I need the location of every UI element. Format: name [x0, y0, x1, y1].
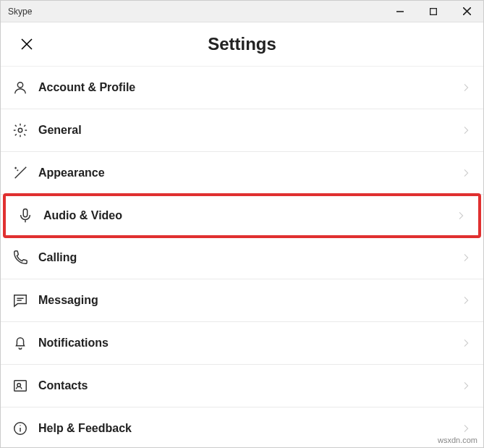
contacts-icon [12, 378, 28, 394]
svg-rect-1 [430, 8, 437, 14]
chevron-right-icon [460, 252, 472, 263]
settings-item-account[interactable]: Account & Profile [1, 67, 483, 109]
chevron-right-icon [460, 380, 472, 392]
chevron-right-icon [460, 124, 472, 136]
page-title: Settings [1, 34, 483, 54]
wand-icon [12, 165, 28, 181]
close-window-button[interactable] [450, 1, 483, 22]
microphone-icon [17, 208, 33, 224]
settings-item-label: Account & Profile [38, 81, 460, 94]
settings-item-label: Audio & Video [43, 209, 455, 222]
settings-item-help[interactable]: Help & Feedback [1, 407, 483, 448]
window-titlebar: Skype [1, 1, 483, 22]
settings-item-general[interactable]: General [1, 109, 483, 152]
watermark-text: wsxdn.com [438, 436, 477, 444]
close-icon [21, 38, 33, 50]
chevron-right-icon [460, 295, 472, 306]
maximize-button[interactable] [417, 1, 450, 22]
settings-item-messaging[interactable]: Messaging [1, 279, 483, 322]
svg-point-7 [18, 128, 22, 132]
bell-icon [12, 335, 28, 351]
chevron-right-icon [460, 337, 472, 349]
window-title: Skype [8, 7, 383, 17]
settings-item-audio-video[interactable]: Audio & Video [3, 193, 481, 238]
chevron-right-icon [455, 210, 467, 221]
settings-item-notifications[interactable]: Notifications [1, 322, 483, 365]
chevron-right-icon [460, 167, 472, 179]
settings-item-appearance[interactable]: Appearance [1, 152, 483, 195]
message-icon [12, 292, 28, 308]
settings-item-label: General [38, 124, 460, 137]
svg-rect-8 [23, 209, 27, 217]
settings-list: Account & Profile General Appearance Aud… [1, 66, 483, 448]
settings-item-calling[interactable]: Calling [1, 237, 483, 279]
settings-item-label: Messaging [38, 294, 460, 307]
svg-point-15 [20, 425, 20, 426]
svg-point-6 [17, 83, 22, 88]
settings-item-label: Contacts [38, 379, 460, 392]
settings-item-label: Calling [38, 251, 460, 264]
close-settings-button[interactable] [18, 35, 35, 53]
settings-item-label: Appearance [38, 166, 460, 179]
info-icon [12, 420, 28, 436]
chevron-right-icon [460, 82, 472, 93]
person-icon [12, 80, 28, 96]
settings-header: Settings [1, 22, 483, 66]
chevron-right-icon [460, 423, 472, 434]
gear-icon [12, 122, 28, 138]
phone-icon [12, 250, 28, 266]
minimize-button[interactable] [383, 1, 417, 22]
settings-item-contacts[interactable]: Contacts [1, 365, 483, 407]
settings-item-label: Help & Feedback [38, 422, 460, 435]
settings-item-label: Notifications [38, 337, 460, 350]
